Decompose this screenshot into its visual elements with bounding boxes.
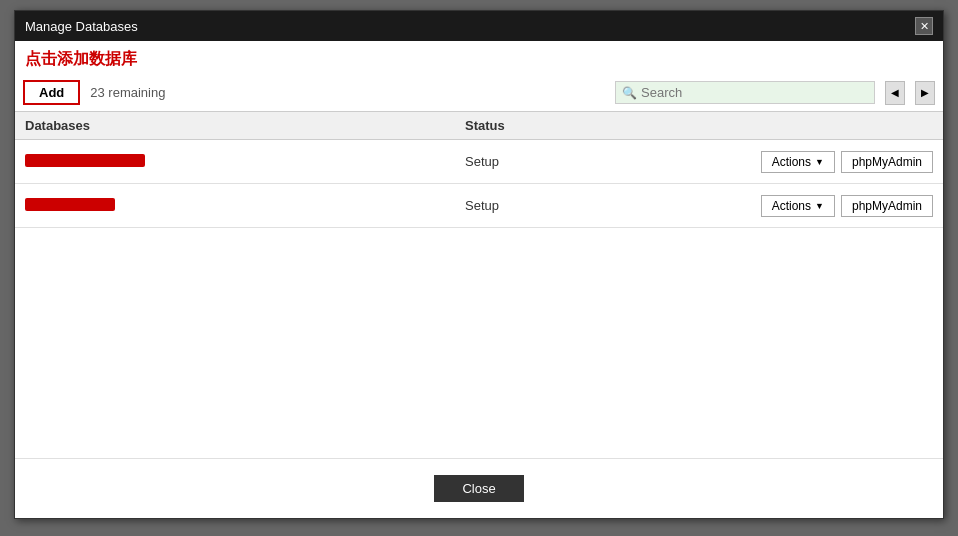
db-status-1: Setup <box>465 154 585 169</box>
phpmyadmin-button-1[interactable]: phpMyAdmin <box>841 151 933 173</box>
table-row: Setup Actions ▼ phpMyAdmin <box>15 140 943 184</box>
annotation-label: 点击添加数据库 <box>15 41 943 74</box>
search-input[interactable] <box>641 85 868 100</box>
modal-close-icon-button[interactable]: ✕ <box>915 17 933 35</box>
actions-button-1[interactable]: Actions ▼ <box>761 151 835 173</box>
col-header-databases: Databases <box>25 118 465 133</box>
db-status-2: Setup <box>465 198 585 213</box>
nav-prev-button[interactable]: ◀ <box>885 81 905 105</box>
table-row: Setup Actions ▼ phpMyAdmin <box>15 184 943 228</box>
row-actions-2: Actions ▼ phpMyAdmin <box>761 195 933 217</box>
modal-overlay: Manage Databases ✕ 点击添加数据库 Add 23 remain… <box>0 0 958 536</box>
db-name-2[interactable] <box>25 198 465 213</box>
modal-footer: Close <box>15 458 943 518</box>
actions-label-2: Actions <box>772 199 811 213</box>
col-header-status: Status <box>465 118 933 133</box>
modal-titlebar: Manage Databases ✕ <box>15 11 943 41</box>
db-name-1[interactable] <box>25 154 465 169</box>
close-button[interactable]: Close <box>434 475 523 502</box>
nav-next-button[interactable]: ▶ <box>915 81 935 105</box>
manage-databases-modal: Manage Databases ✕ 点击添加数据库 Add 23 remain… <box>14 10 944 519</box>
add-button[interactable]: Add <box>23 80 80 105</box>
search-container: 🔍 <box>615 81 875 104</box>
row-actions-1: Actions ▼ phpMyAdmin <box>761 151 933 173</box>
actions-dropdown-arrow-2: ▼ <box>815 201 824 211</box>
actions-dropdown-arrow-1: ▼ <box>815 157 824 167</box>
databases-table: Databases Status Setup Actions ▼ phpMyAd… <box>15 112 943 458</box>
remaining-count: 23 remaining <box>90 85 165 100</box>
modal-title: Manage Databases <box>25 19 138 34</box>
toolbar: Add 23 remaining 🔍 ◀ ▶ <box>15 74 943 112</box>
actions-button-2[interactable]: Actions ▼ <box>761 195 835 217</box>
search-icon: 🔍 <box>622 86 637 100</box>
empty-space <box>15 228 943 458</box>
table-header: Databases Status <box>15 112 943 140</box>
phpmyadmin-button-2[interactable]: phpMyAdmin <box>841 195 933 217</box>
actions-label-1: Actions <box>772 155 811 169</box>
